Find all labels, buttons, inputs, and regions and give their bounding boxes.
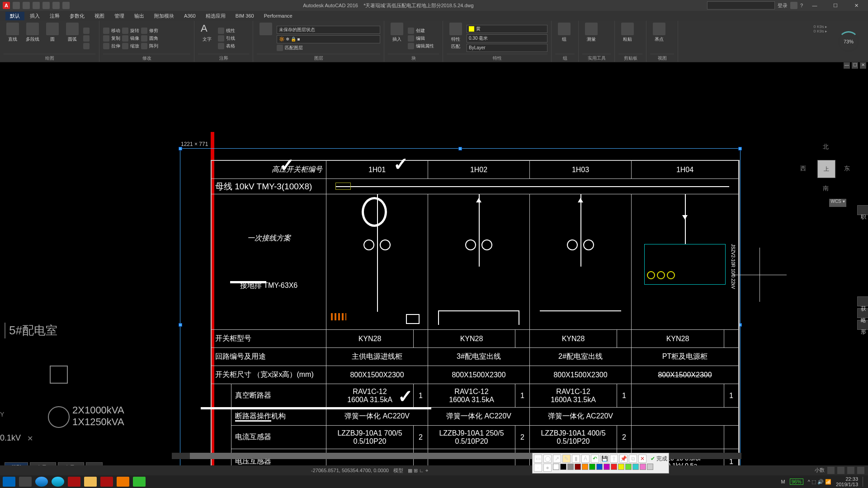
taskbar-app[interactable] — [117, 477, 129, 487]
taskbar-app-autocad2[interactable] — [100, 477, 113, 487]
color-lgray[interactable] — [647, 464, 653, 470]
tab-featured[interactable]: 精选应用 — [201, 12, 230, 20]
qat-new[interactable] — [13, 2, 20, 9]
status-space[interactable]: 模型 — [393, 467, 403, 474]
doc-close[interactable]: ✕ — [860, 62, 866, 69]
group-button[interactable]: 组 — [555, 23, 573, 54]
markup-undo[interactable]: ↶ — [591, 455, 599, 463]
tab-manage[interactable]: 管理 — [110, 12, 129, 20]
mirror-button[interactable]: 镜像 — [122, 35, 139, 42]
tab-view[interactable]: 视图 — [90, 12, 109, 20]
tab-output[interactable]: 输出 — [130, 12, 149, 20]
side-tab-4[interactable]: 形 — [857, 320, 868, 330]
line-button[interactable]: 直线 — [4, 23, 22, 54]
layer-state-combo[interactable]: 未保存的图层状态 — [277, 26, 380, 34]
clock-date[interactable]: 2019/1/13 — [836, 482, 858, 487]
circle-button[interactable]: 圆 — [43, 23, 61, 54]
match-layer-button[interactable]: 匹配图层 — [277, 45, 380, 51]
block-insert-button[interactable]: 插入 — [388, 23, 406, 54]
tab-default[interactable]: 默认 — [5, 12, 24, 20]
tab-insert[interactable]: 插入 — [25, 12, 44, 20]
tab-a360[interactable]: A360 — [179, 12, 200, 19]
matchprop-button[interactable]: 特性匹配 — [447, 23, 465, 54]
arc-button[interactable]: 圆弧 — [63, 23, 81, 54]
trim-button[interactable]: 修剪 — [141, 28, 158, 34]
close-button[interactable]: ✕ — [847, 0, 865, 11]
table-button[interactable]: 表格 — [218, 43, 235, 49]
fillet-button[interactable]: 圆角 — [141, 35, 158, 42]
layer-combo[interactable]: 🔆 ❄ 🔒 ■ — [277, 35, 380, 43]
color-magenta[interactable] — [604, 464, 610, 470]
draw-extra-1[interactable] — [83, 28, 90, 34]
color-white[interactable] — [553, 464, 559, 470]
markup-share[interactable]: ⇪ — [610, 455, 618, 463]
lineweight-combo[interactable]: 0.30 毫米 — [467, 34, 547, 42]
side-tab-2[interactable]: 获 — [857, 296, 868, 306]
qat-redo[interactable] — [52, 2, 60, 9]
color-black[interactable] — [560, 464, 566, 470]
markup-rect-tool[interactable]: ▭ — [534, 455, 542, 463]
qat-plot[interactable] — [62, 2, 70, 9]
taskbar-app-explorer[interactable] — [84, 477, 97, 487]
markup-pen-tool[interactable]: ✎ — [562, 455, 571, 463]
grip[interactable] — [458, 147, 462, 150]
color-red[interactable] — [611, 464, 617, 470]
color-blue[interactable] — [596, 464, 603, 470]
help-search[interactable] — [707, 1, 775, 9]
markup-ellipse-tool[interactable]: ◯ — [543, 455, 552, 463]
login-link[interactable]: 登录 — [778, 2, 788, 9]
doc-max[interactable]: ☐ — [852, 62, 858, 69]
scale-button[interactable]: 缩放 — [122, 43, 139, 49]
tab-annotate[interactable]: 注释 — [45, 12, 64, 20]
taskbar-app-wechat[interactable] — [133, 477, 146, 487]
color-lime[interactable] — [625, 464, 632, 470]
grip[interactable] — [179, 147, 182, 150]
markup-close[interactable]: ✕ — [638, 455, 646, 463]
wcs-badge[interactable]: WCS ▾ — [829, 199, 846, 207]
units-combo[interactable]: 小数 — [815, 467, 825, 474]
status-icon[interactable] — [827, 467, 835, 474]
block-edit-button[interactable]: 编辑 — [408, 35, 434, 42]
array-button[interactable]: 阵列 — [141, 43, 158, 49]
tray-icons[interactable]: ^ ⬚ 🔊 📶 — [808, 479, 831, 485]
viewcube[interactable]: 北南 西东 上 — [800, 143, 850, 192]
side-tab-1[interactable]: 职 — [857, 205, 868, 215]
exchange-icon[interactable] — [790, 2, 797, 9]
draw-extra-2[interactable] — [83, 35, 90, 42]
min-button[interactable]: — — [806, 0, 824, 11]
layer-props-button[interactable] — [257, 23, 275, 54]
tab-parametric[interactable]: 参数化 — [65, 12, 89, 20]
polyline-button[interactable]: 多段线 — [24, 23, 42, 54]
tab-addins[interactable]: 附加模块 — [150, 12, 179, 20]
drawing-canvas[interactable]: 1221 × 771 5#配电室 2X1000kVA 1X1250kVA 0.1… — [0, 70, 868, 461]
tab-bim360[interactable]: BIM 360 — [231, 12, 259, 19]
dim-linear-button[interactable]: 线性 — [218, 28, 235, 34]
linetype-combo[interactable]: ByLayer — [467, 44, 547, 52]
color-green[interactable] — [589, 464, 595, 470]
copy-button[interactable]: 复制 — [103, 35, 120, 42]
grip[interactable] — [179, 323, 182, 327]
color-cyan[interactable] — [632, 464, 639, 470]
app-logo[interactable]: A — [3, 2, 10, 9]
side-tab-3[interactable]: 略 — [857, 308, 868, 318]
markup-copy[interactable]: ⧉ — [629, 455, 637, 463]
doc-min[interactable]: — — [844, 62, 850, 69]
taskbar-app[interactable] — [52, 477, 64, 487]
qat-open[interactable] — [23, 2, 30, 9]
measure-button[interactable]: 测量 — [582, 23, 600, 54]
color-gray[interactable] — [567, 464, 574, 470]
qat-undo[interactable] — [42, 2, 50, 9]
color-pink[interactable] — [640, 464, 646, 470]
battery-icon[interactable]: 96% — [790, 479, 803, 485]
clock-time[interactable]: 22:33 — [836, 476, 858, 482]
markup-toolbar[interactable]: ▭ ◯ ↗ ✎ ▮ A ↶ 💾 ⇪ 📌 ⧉ ✕ ✔完成 · ● — [532, 453, 669, 474]
scroll-thumb[interactable] — [190, 453, 542, 459]
help-icon[interactable]: ? — [800, 3, 803, 8]
status-icon[interactable] — [837, 467, 844, 474]
draw-extra-3[interactable] — [83, 43, 90, 49]
tray-icon[interactable]: M — [781, 479, 785, 484]
qat-save[interactable] — [33, 2, 40, 9]
text-button[interactable]: A文字 — [198, 23, 216, 54]
start-button[interactable] — [3, 477, 15, 487]
block-editattr-button[interactable]: 编辑属性 — [408, 43, 434, 49]
